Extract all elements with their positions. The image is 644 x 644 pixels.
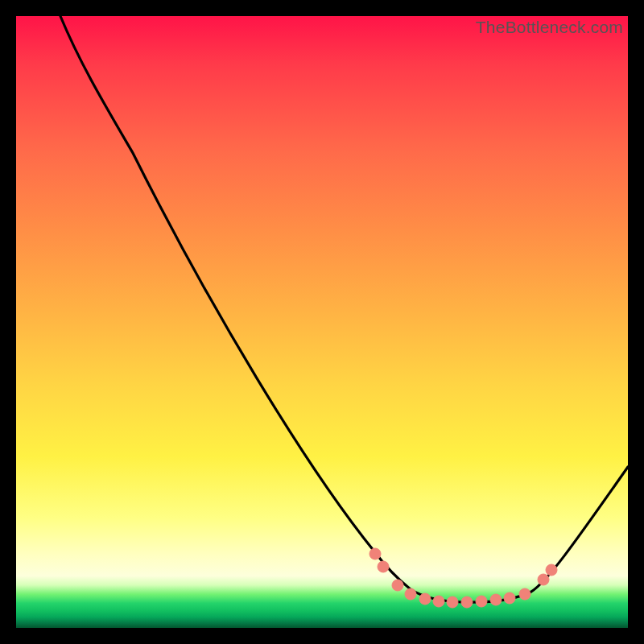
plot-area: TheBottleneck.com <box>16 16 628 628</box>
svg-point-12 <box>538 574 549 585</box>
svg-point-11 <box>519 588 530 600</box>
svg-point-0 <box>369 548 381 559</box>
svg-point-8 <box>476 596 487 607</box>
svg-point-13 <box>546 564 557 576</box>
curve-path <box>60 16 628 602</box>
svg-point-4 <box>419 593 431 605</box>
bottleneck-curve <box>16 16 628 628</box>
svg-point-2 <box>392 580 403 591</box>
svg-point-3 <box>405 588 416 600</box>
chart-frame: TheBottleneck.com <box>0 0 644 644</box>
svg-point-5 <box>433 596 444 607</box>
svg-point-6 <box>447 597 458 608</box>
svg-point-9 <box>490 594 502 605</box>
svg-point-10 <box>504 592 515 604</box>
svg-point-1 <box>378 561 389 572</box>
svg-point-7 <box>461 597 473 608</box>
